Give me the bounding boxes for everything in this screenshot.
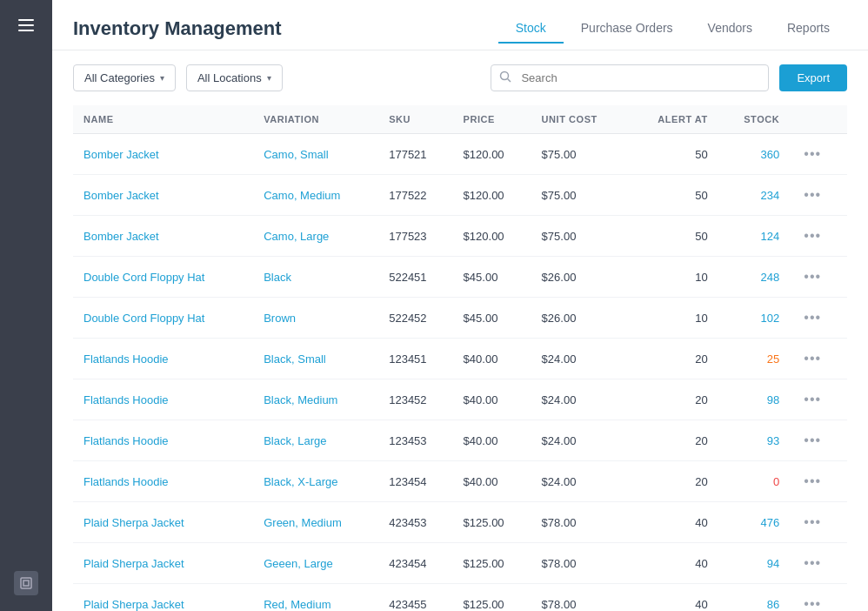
categories-dropdown[interactable]: All Categories ▾ bbox=[73, 64, 176, 91]
cell-unit-cost: $78.00 bbox=[531, 543, 629, 584]
col-sku: SKU bbox=[378, 105, 452, 134]
cell-unit-cost: $24.00 bbox=[531, 461, 629, 502]
cell-variation[interactable]: Camo, Medium bbox=[253, 175, 378, 216]
cell-variation[interactable]: Green, Medium bbox=[253, 502, 378, 543]
chevron-down-icon: ▾ bbox=[160, 73, 164, 83]
cell-sku: 123452 bbox=[378, 379, 452, 420]
chevron-down-icon: ▾ bbox=[267, 73, 271, 83]
hamburger-menu[interactable] bbox=[15, 16, 37, 35]
cell-unit-cost: $24.00 bbox=[531, 339, 629, 379]
cell-unit-cost: $78.00 bbox=[531, 502, 629, 543]
more-button[interactable]: ••• bbox=[800, 144, 825, 164]
cell-stock: 98 bbox=[718, 379, 790, 420]
cell-stock: 360 bbox=[718, 134, 790, 175]
cell-variation[interactable]: Black, X-Large bbox=[253, 461, 378, 502]
cell-name[interactable]: Plaid Sherpa Jacket bbox=[73, 502, 253, 543]
tab-reports[interactable]: Reports bbox=[770, 14, 847, 44]
cell-price: $40.00 bbox=[453, 379, 531, 420]
cell-name[interactable]: Double Cord Floppy Hat bbox=[73, 298, 253, 339]
cell-variation[interactable]: Camo, Large bbox=[253, 216, 378, 257]
search-input[interactable] bbox=[491, 64, 769, 91]
cell-name[interactable]: Flatlands Hoodie bbox=[73, 420, 253, 461]
more-button[interactable]: ••• bbox=[800, 554, 825, 573]
locations-dropdown[interactable]: All Locations ▾ bbox=[186, 64, 283, 91]
main-content: Inventory Management Stock Purchase Orde… bbox=[52, 0, 868, 611]
cell-sku: 177523 bbox=[378, 216, 452, 257]
tab-stock[interactable]: Stock bbox=[498, 14, 564, 44]
export-button[interactable]: Export bbox=[779, 64, 847, 91]
cell-more: ••• bbox=[790, 216, 847, 257]
more-button[interactable]: ••• bbox=[800, 185, 825, 205]
cell-name[interactable]: Flatlands Hoodie bbox=[73, 379, 253, 420]
more-button[interactable]: ••• bbox=[800, 308, 825, 327]
col-variation: VARIATION bbox=[253, 105, 378, 134]
tab-purchase-orders[interactable]: Purchase Orders bbox=[564, 14, 691, 44]
cell-stock: 94 bbox=[718, 543, 790, 584]
col-name: NAME bbox=[73, 105, 253, 134]
cell-sku: 123454 bbox=[378, 461, 452, 502]
cell-stock: 0 bbox=[718, 461, 790, 502]
cell-unit-cost: $24.00 bbox=[531, 420, 629, 461]
cell-more: ••• bbox=[790, 175, 847, 216]
cell-alert-at: 10 bbox=[628, 298, 718, 339]
cell-variation[interactable]: Black, Small bbox=[253, 339, 378, 379]
page-title: Inventory Management bbox=[73, 17, 282, 40]
cell-sku: 522452 bbox=[378, 298, 452, 339]
cell-stock: 86 bbox=[718, 584, 790, 612]
cell-more: ••• bbox=[790, 257, 847, 298]
cell-variation[interactable]: Camo, Small bbox=[253, 134, 378, 175]
cell-name[interactable]: Double Cord Floppy Hat bbox=[73, 257, 253, 298]
col-alert-at: ALERT AT bbox=[628, 105, 718, 134]
cell-variation[interactable]: Black, Large bbox=[253, 420, 378, 461]
cell-price: $40.00 bbox=[453, 339, 531, 379]
more-button[interactable]: ••• bbox=[800, 472, 825, 491]
cell-name[interactable]: Plaid Sherpa Jacket bbox=[73, 584, 253, 612]
table-row: Bomber Jacket Camo, Large 177523 $120.00… bbox=[73, 216, 847, 257]
cell-sku: 177521 bbox=[378, 134, 452, 175]
table-row: Flatlands Hoodie Black, X-Large 123454 $… bbox=[73, 461, 847, 502]
more-button[interactable]: ••• bbox=[800, 513, 825, 532]
cell-variation[interactable]: Red, Medium bbox=[253, 584, 378, 612]
svg-point-2 bbox=[501, 71, 509, 79]
more-button[interactable]: ••• bbox=[800, 594, 825, 611]
cell-alert-at: 20 bbox=[628, 420, 718, 461]
cell-price: $40.00 bbox=[453, 420, 531, 461]
cell-sku: 123451 bbox=[378, 339, 452, 379]
more-button[interactable]: ••• bbox=[800, 267, 825, 286]
cell-price: $45.00 bbox=[453, 257, 531, 298]
table-header-row: NAME VARIATION SKU PRICE UNIT COST ALERT… bbox=[73, 105, 847, 134]
cell-name[interactable]: Bomber Jacket bbox=[73, 175, 253, 216]
cell-alert-at: 50 bbox=[628, 175, 718, 216]
cell-variation[interactable]: Black, Medium bbox=[253, 379, 378, 420]
cell-alert-at: 50 bbox=[628, 216, 718, 257]
svg-line-3 bbox=[508, 78, 511, 82]
cell-variation[interactable]: Geeen, Large bbox=[253, 543, 378, 584]
cell-more: ••• bbox=[790, 502, 847, 543]
cell-name[interactable]: Flatlands Hoodie bbox=[73, 461, 253, 502]
cell-sku: 123453 bbox=[378, 420, 452, 461]
cell-alert-at: 20 bbox=[628, 379, 718, 420]
cell-stock: 124 bbox=[718, 216, 790, 257]
tab-vendors[interactable]: Vendors bbox=[691, 14, 770, 44]
cell-name[interactable]: Bomber Jacket bbox=[73, 216, 253, 257]
cell-name[interactable]: Flatlands Hoodie bbox=[73, 339, 253, 379]
cell-name[interactable]: Plaid Sherpa Jacket bbox=[73, 543, 253, 584]
col-actions bbox=[790, 105, 847, 134]
cell-unit-cost: $75.00 bbox=[531, 175, 629, 216]
cell-variation[interactable]: Brown bbox=[253, 298, 378, 339]
cell-variation[interactable]: Black bbox=[253, 257, 378, 298]
store-icon[interactable] bbox=[14, 571, 38, 595]
cell-price: $40.00 bbox=[453, 461, 531, 502]
more-button[interactable]: ••• bbox=[800, 226, 825, 245]
cell-more: ••• bbox=[790, 461, 847, 502]
cell-name[interactable]: Bomber Jacket bbox=[73, 134, 253, 175]
more-button[interactable]: ••• bbox=[800, 431, 825, 450]
cell-stock: 25 bbox=[718, 339, 790, 379]
cell-more: ••• bbox=[790, 420, 847, 461]
table-row: Plaid Sherpa Jacket Geeen, Large 423454 … bbox=[73, 543, 847, 584]
nav-tabs: Stock Purchase Orders Vendors Reports bbox=[498, 14, 847, 43]
more-button[interactable]: ••• bbox=[800, 390, 825, 409]
more-button[interactable]: ••• bbox=[800, 349, 825, 368]
col-price: PRICE bbox=[453, 105, 531, 134]
table-row: Bomber Jacket Camo, Medium 177522 $120.0… bbox=[73, 175, 847, 216]
